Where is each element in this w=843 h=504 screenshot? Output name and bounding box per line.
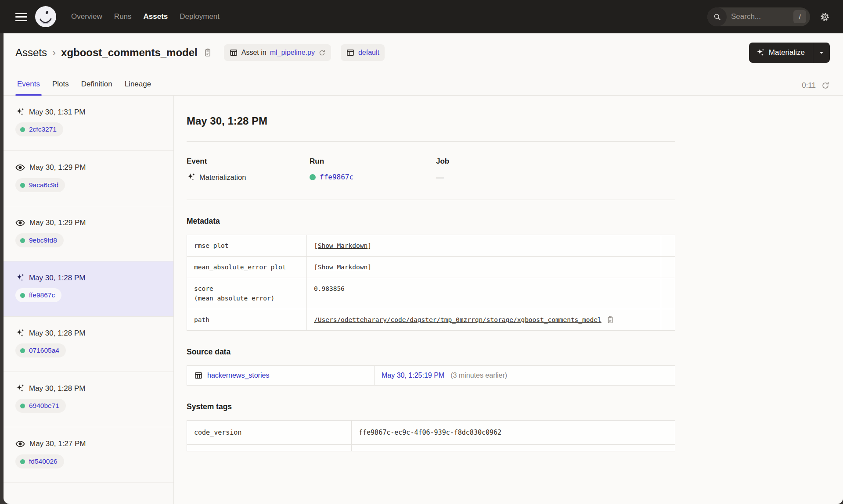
run-pill: 2cfc3271 <box>15 122 63 136</box>
source-data-heading: Source data <box>187 347 675 357</box>
event-list-item[interactable]: May 30, 1:27 PM fd540026 <box>4 427 173 483</box>
system-tags-table: code_version ffe9867c-ec9c-4f06-939c-f8d… <box>187 420 675 451</box>
source-timestamp-link[interactable]: May 30, 1:25:19 PM <box>382 372 444 379</box>
metadata-key: rmse plot <box>187 235 306 256</box>
page-title: xgboost_comments_model <box>61 46 198 59</box>
metadata-key: score (mean_absolute_error) <box>187 278 306 309</box>
materialize-button[interactable]: Materialize <box>749 43 813 63</box>
copy-path-icon[interactable] <box>606 315 615 324</box>
table-row: code_version ffe9867c-ec9c-4f06-939c-f8d… <box>187 421 675 445</box>
run-pill: 9aca6c9d <box>15 178 65 192</box>
materialize-split-button: Materialize <box>749 43 830 63</box>
dagster-logo-icon[interactable] <box>35 6 56 27</box>
page: Assets › xgboost_comments_model Asset in… <box>4 33 843 504</box>
tab-lineage[interactable]: Lineage <box>123 80 153 95</box>
nav-link-runs[interactable]: Runs <box>114 12 132 21</box>
metadata-key: mean_absolute_error plot <box>187 257 306 278</box>
run-link[interactable]: 2cfc3271 <box>29 125 57 133</box>
search-icon[interactable] <box>707 7 727 26</box>
event-list: May 30, 1:31 PM 2cfc3271 May 30, 1:29 PM… <box>4 96 174 504</box>
breadcrumb-assets[interactable]: Assets <box>15 46 47 59</box>
source-data-table: hackernews_stories May 30, 1:25:19 PM (3… <box>187 365 675 386</box>
run-status-dot <box>20 404 25 408</box>
source-asset-link[interactable]: hackernews_stories <box>207 372 269 379</box>
bracket: [ <box>314 264 318 271</box>
event-detail-title: May 30, 1:28 PM <box>187 115 675 127</box>
table-row: score (mean_absolute_error) 0.983856 <box>187 278 675 309</box>
run-link[interactable]: fd540026 <box>29 458 58 465</box>
search-box[interactable]: / <box>707 7 810 26</box>
run-status-dot <box>20 348 25 353</box>
system-tags-heading: System tags <box>187 402 675 411</box>
run-link[interactable]: ffe9867c <box>29 291 55 299</box>
run-link[interactable]: 9aca6c9d <box>29 181 58 189</box>
observation-icon <box>15 218 25 228</box>
tab-events[interactable]: Events <box>15 80 42 95</box>
event-timestamp: May 30, 1:29 PM <box>29 218 86 227</box>
asset-definition-badge: Asset in ml_pipeline.py <box>224 44 331 61</box>
materialization-icon <box>15 384 25 393</box>
run-id-link[interactable]: ffe9867c <box>320 173 353 181</box>
event-list-item[interactable]: May 30, 1:29 PM 9aca6c9d <box>4 151 173 206</box>
run-pill: 071605a4 <box>15 343 66 357</box>
materialize-options-button[interactable] <box>813 43 830 63</box>
metadata-key: path <box>187 309 306 330</box>
refresh-countdown: 0:11 <box>802 81 816 90</box>
show-markdown-link[interactable]: Show Markdown <box>318 264 368 271</box>
repository-badge: default <box>341 44 385 61</box>
job-column-header: Job <box>436 157 675 166</box>
event-list-item[interactable]: May 30, 1:28 PM 6940be71 <box>4 372 173 427</box>
event-timestamp: May 30, 1:27 PM <box>29 440 86 448</box>
event-timestamp: May 30, 1:31 PM <box>29 108 86 117</box>
event-timestamp: May 30, 1:28 PM <box>29 384 86 393</box>
table-row <box>187 445 675 451</box>
tab-definition[interactable]: Definition <box>79 80 114 95</box>
storage-path-link[interactable]: /Users/odetteharary/code/dagster/tmp_0mz… <box>314 315 602 325</box>
asset-header: Assets › xgboost_comments_model Asset in… <box>4 33 843 72</box>
settings-gear-icon[interactable] <box>820 12 830 22</box>
run-status-dot <box>20 293 25 298</box>
nav-link-overview[interactable]: Overview <box>71 12 102 21</box>
nav-link-deployment[interactable]: Deployment <box>180 12 220 21</box>
run-pill: ffe9867c <box>15 288 61 302</box>
nav-link-assets[interactable]: Assets <box>144 12 168 21</box>
repository-link[interactable]: default <box>358 49 379 57</box>
run-link[interactable]: 9ebc9fd8 <box>29 236 57 244</box>
tab-plots[interactable]: Plots <box>50 80 71 95</box>
sparkle-icon <box>756 48 765 57</box>
event-list-item[interactable]: May 30, 1:31 PM 2cfc3271 <box>4 96 173 151</box>
asset-in-label: Asset in <box>241 49 267 57</box>
reload-definition-icon[interactable] <box>318 49 326 57</box>
asset-tabs: Events Plots Definition Lineage 0:11 <box>4 72 843 96</box>
run-pill: fd540026 <box>15 454 64 468</box>
observation-icon <box>15 163 25 172</box>
run-link[interactable]: 071605a4 <box>29 347 59 354</box>
source-relative-time: (3 minutes earlier) <box>450 372 507 379</box>
event-column-header: Event <box>187 157 310 166</box>
run-status-dot <box>20 183 25 188</box>
run-status-dot <box>20 127 25 132</box>
search-input[interactable] <box>727 12 793 21</box>
event-timestamp: May 30, 1:28 PM <box>29 329 86 338</box>
nav-links: Overview Runs Assets Deployment <box>71 12 220 21</box>
refresh-icon[interactable] <box>821 81 830 90</box>
run-link[interactable]: 6940be71 <box>29 402 59 410</box>
breadcrumb-separator: › <box>52 46 56 59</box>
table-row: hackernews_stories May 30, 1:25:19 PM (3… <box>187 366 675 385</box>
copy-asset-name-icon[interactable] <box>203 48 213 57</box>
event-list-item[interactable]: May 30, 1:29 PM 9ebc9fd8 <box>4 206 173 261</box>
run-column-header: Run <box>310 157 436 166</box>
chevron-down-icon <box>817 48 826 57</box>
job-empty-value: — <box>436 173 444 182</box>
event-list-item[interactable]: May 30, 1:28 PM 071605a4 <box>4 317 173 372</box>
event-timestamp: May 30, 1:29 PM <box>29 163 86 172</box>
pipeline-file-link[interactable]: ml_pipeline.py <box>270 49 315 57</box>
menu-icon[interactable] <box>15 11 27 23</box>
show-markdown-link[interactable]: Show Markdown <box>318 242 368 249</box>
metadata-value: 0.983856 <box>306 278 661 309</box>
bracket: ] <box>367 242 371 249</box>
table-row: rmse plot [Show Markdown] <box>187 235 675 257</box>
search-shortcut-key: / <box>793 10 806 23</box>
materialize-label: Materialize <box>769 48 805 57</box>
event-list-item-selected[interactable]: May 30, 1:28 PM ffe9867c <box>4 261 173 317</box>
